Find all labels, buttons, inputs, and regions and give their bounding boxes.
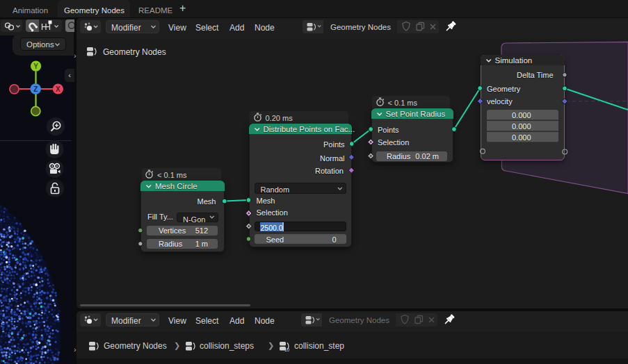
svg-text:Y: Y: [33, 63, 38, 70]
svg-text:Z: Z: [33, 85, 38, 93]
svg-text:X: X: [56, 85, 61, 93]
svg-text:10: 10: [284, 347, 290, 352]
